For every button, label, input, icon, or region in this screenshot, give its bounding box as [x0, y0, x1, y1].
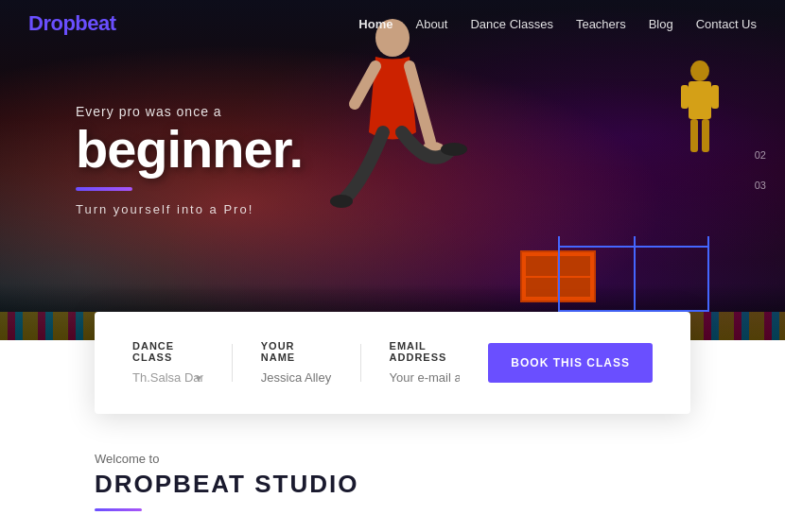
nav-blog[interactable]: Blog	[649, 15, 673, 32]
svg-point-4	[330, 195, 353, 208]
navbar: Dropbeat Home About Dance Classes Teache…	[0, 0, 785, 47]
email-label: EMAIL ADDRESS	[390, 340, 461, 363]
svg-rect-8	[681, 85, 689, 109]
your-name-label: YOUR NAME	[261, 340, 332, 363]
svg-rect-10	[690, 119, 698, 152]
hero-subtitle: Every pro was once a	[76, 104, 303, 119]
logo-text: Dropbeat	[28, 11, 116, 35]
nav-dance-classes[interactable]: Dance Classes	[470, 15, 552, 32]
chevron-down-icon: ▼	[194, 373, 203, 384]
side-dot-2[interactable]: 02	[755, 149, 766, 161]
email-field: EMAIL ADDRESS	[390, 340, 461, 386]
svg-point-5	[441, 143, 467, 156]
side-dot-3[interactable]: 03	[755, 180, 766, 191]
welcome-section: Welcome to DROPBEAT STUDIO	[0, 414, 785, 530]
nav-about[interactable]: About	[415, 15, 447, 32]
email-input[interactable]	[390, 370, 461, 385]
dance-class-select[interactable]: Th.Salsa Dance	[132, 370, 203, 385]
dj-figure	[672, 57, 728, 170]
nav-links: Home About Dance Classes Teachers Blog C…	[358, 15, 757, 32]
hero-content: Every pro was once a beginner. Turn your…	[76, 104, 303, 216]
booking-bar: DANCE CLASS Th.Salsa Dance ▼ YOUR NAME E…	[95, 312, 690, 414]
your-name-field: YOUR NAME	[261, 340, 332, 386]
svg-rect-11	[702, 119, 709, 152]
svg-point-6	[690, 60, 709, 81]
welcome-to-text: Welcome to	[95, 452, 690, 466]
side-indicators: 02 03	[755, 149, 766, 191]
studio-name: DROPBEAT STUDIO	[95, 470, 690, 499]
field-divider-1	[232, 344, 233, 382]
nav-home[interactable]: Home	[358, 15, 392, 32]
hero-title: beginner.	[76, 123, 303, 176]
welcome-underline	[95, 508, 142, 511]
hero-divider	[76, 187, 132, 191]
field-divider-2	[360, 344, 361, 382]
your-name-input[interactable]	[261, 370, 332, 385]
nav-teachers[interactable]: Teachers	[576, 15, 626, 32]
book-class-button[interactable]: BOOK THIS CLASS	[488, 343, 653, 383]
hero-section: Dropbeat Home About Dance Classes Teache…	[0, 0, 785, 340]
svg-rect-7	[689, 81, 711, 119]
stage-scaffold	[558, 236, 709, 312]
hero-tagline: Turn yourself into a Pro!	[76, 202, 303, 216]
dance-class-field: DANCE CLASS Th.Salsa Dance ▼	[132, 340, 203, 386]
svg-rect-9	[711, 85, 719, 109]
dance-class-label: DANCE CLASS	[132, 340, 203, 363]
logo[interactable]: Dropbeat	[28, 11, 116, 36]
nav-contact[interactable]: Contact Us	[696, 15, 757, 32]
